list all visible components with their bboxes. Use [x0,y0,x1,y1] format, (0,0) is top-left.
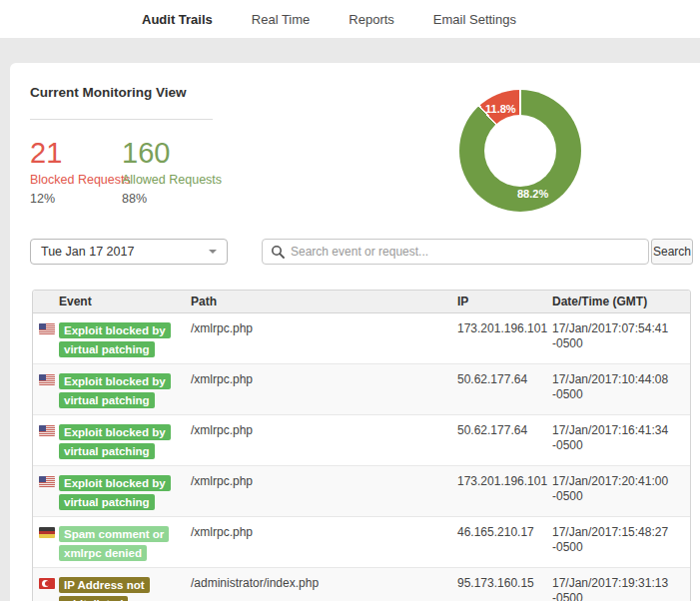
flag-cell [33,372,59,385]
path-cell: /xmlrpc.php [191,525,457,540]
event-cell: Exploit blocked by virtual patching [59,474,191,512]
event-badge: Exploit blocked by virtual patching [59,322,171,357]
table-row[interactable]: Spam comment or xmlrpc denied /xmlrpc.ph… [33,517,690,568]
event-badge: Spam comment or xmlrpc denied [59,526,169,561]
event-cell: Spam comment or xmlrpc denied [59,525,191,563]
country-flag-icon [39,425,55,436]
nav-tab-email-settings[interactable]: Email Settings [433,12,516,27]
blocked-requests-value: 21 [30,138,131,168]
allowed-requests-label: Allowed Requests [122,173,222,187]
ip-cell: 173.201.196.101 [457,474,552,489]
table-header: Event Path IP Date/Time (GMT) [33,291,690,313]
allowed-requests-value: 160 [122,138,222,168]
path-cell: /xmlrpc.php [191,423,457,438]
flag-cell [33,474,59,487]
event-cell: Exploit blocked by virtual patching [59,321,191,359]
datetime-cell: 17/Jan/2017:07:54:41 -0500 [552,321,690,351]
ip-cell: 50.62.177.64 [457,423,552,438]
path-cell: /xmlrpc.php [191,321,457,336]
blocked-requests-percent: 12% [30,192,131,206]
us-flag-canton [39,374,46,380]
search-input[interactable] [291,245,640,259]
datetime-cell: 17/Jan/2017:10:44:08 -0500 [552,372,690,402]
donut-label-blocked: 11.8% [485,103,516,115]
event-cell: IP Address not whitelisted [59,576,191,601]
event-cell: Exploit blocked by virtual patching [59,372,191,410]
path-column-header: Path [191,295,457,309]
chevron-down-icon [209,250,217,254]
date-dropdown-value: Tue Jan 17 2017 [41,245,209,259]
donut-label-allowed: 88.2% [517,188,548,200]
search-button[interactable]: Search [651,239,693,265]
datetime-cell: 17/Jan/2017:15:48:27 -0500 [552,525,690,555]
table-row[interactable]: Exploit blocked by virtual patching /xml… [33,313,690,364]
date-dropdown[interactable]: Tue Jan 17 2017 [30,239,228,265]
event-badge: Exploit blocked by virtual patching [59,373,171,408]
table-row[interactable]: Exploit blocked by virtual patching /xml… [33,466,690,517]
ip-cell: 46.165.210.17 [457,525,552,540]
top-navigation-bar: Audit Trails Real Time Reports Email Set… [0,0,700,38]
flag-cell [33,525,59,538]
monitoring-panel: Current Monitoring View 21 Blocked Reque… [10,63,700,601]
search-box [262,239,649,265]
ip-cell: 95.173.160.15 [457,576,552,591]
datetime-cell: 17/Jan/2017:16:41:34 -0500 [552,423,690,453]
allowed-requests-percent: 88% [122,192,222,206]
nav-tab-audit-trails[interactable]: Audit Trails [142,12,213,27]
nav-items: Audit Trails Real Time Reports Email Set… [142,0,516,38]
table-body: Exploit blocked by virtual patching /xml… [33,313,690,601]
ip-column-header: IP [457,295,552,309]
datetime-column-header: Date/Time (GMT) [552,295,690,309]
blocked-requests-label: Blocked Requests [30,173,131,187]
events-table: Event Path IP Date/Time (GMT) Exploit bl… [32,290,691,601]
event-column-header: Event [59,295,191,309]
path-cell: /xmlrpc.php [191,474,457,489]
path-cell: /administrator/index.php [191,576,457,591]
country-flag-icon [39,527,55,538]
datetime-cell: 17/Jan/2017:19:31:13 -0500 [552,576,690,601]
allowed-requests-stat: 160 Allowed Requests 88% [122,138,222,206]
us-flag-canton [39,476,46,482]
donut-hole [484,115,556,187]
us-flag-canton [39,323,46,329]
flag-column-header [33,300,59,302]
flag-cell [33,423,59,436]
title-divider [30,119,213,120]
blocked-requests-stat: 21 Blocked Requests 12% [30,138,131,206]
datetime-cell: 17/Jan/2017:20:41:00 -0500 [552,474,690,504]
event-badge: Exploit blocked by virtual patching [59,475,171,510]
ip-cell: 173.201.196.101 [457,321,552,336]
country-flag-icon [39,323,55,334]
event-cell: Exploit blocked by virtual patching [59,423,191,461]
table-row[interactable]: IP Address not whitelisted /administrato… [33,568,690,601]
country-flag-icon [39,578,55,589]
flag-cell [33,576,59,589]
table-row[interactable]: Exploit blocked by virtual patching /xml… [33,364,690,415]
event-badge: IP Address not whitelisted [59,577,150,601]
page-title: Current Monitoring View [30,85,187,100]
path-cell: /xmlrpc.php [191,372,457,387]
flag-cell [33,321,59,334]
event-badge: Exploit blocked by virtual patching [59,424,171,459]
nav-tab-reports[interactable]: Reports [349,12,394,27]
nav-tab-real-time[interactable]: Real Time [252,12,311,27]
search-icon [271,245,285,259]
requests-donut-chart: 11.8% 88.2% [459,90,581,212]
country-flag-icon [39,374,55,385]
us-flag-canton [39,425,46,431]
tr-flag-crescent-cut [45,581,50,586]
table-row[interactable]: Exploit blocked by virtual patching /xml… [33,415,690,466]
ip-cell: 50.62.177.64 [457,372,552,387]
country-flag-icon [39,476,55,487]
